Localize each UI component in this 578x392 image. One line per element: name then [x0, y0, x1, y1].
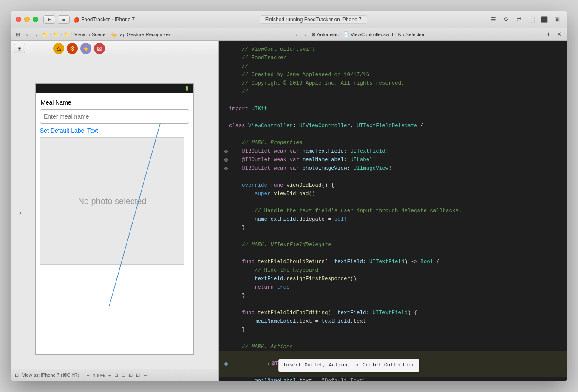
- battery-icon: 🔋: [184, 86, 189, 91]
- close-pane-icon[interactable]: ✕: [554, 30, 564, 39]
- code-line: func textFieldDidEndEditing(_ textField:…: [219, 309, 567, 317]
- project-icon: 🍎: [73, 17, 79, 23]
- plus-button[interactable]: +: [545, 31, 552, 38]
- nav-back-left[interactable]: ⊞: [14, 31, 22, 38]
- zoom-icon3[interactable]: ⊡: [129, 372, 133, 378]
- code-line: [219, 334, 567, 343]
- code-line: override func viewDidLoad() {: [219, 181, 567, 190]
- stop-button[interactable]: ■: [58, 15, 70, 24]
- nav-forward[interactable]: ›: [33, 31, 40, 38]
- navigate-icon[interactable]: ⇄: [514, 15, 524, 24]
- code-line: [219, 249, 567, 258]
- main-window: ▶ ■ 🍎 FoodTracker › iPhone 7 Finished ru…: [11, 11, 567, 381]
- code-editor[interactable]: // ViewController.swift // FoodTracker /…: [219, 41, 567, 381]
- code-line: // MARK: Properties: [219, 139, 567, 147]
- meal-name-label: Meal Name: [40, 97, 189, 108]
- zoom-icon5[interactable]: ↔: [143, 373, 148, 378]
- code-line: [219, 130, 567, 139]
- zoom-minus[interactable]: −: [87, 373, 89, 378]
- folder3-icon: 📁: [64, 31, 70, 37]
- layout3-icon[interactable]: ▣: [552, 15, 562, 24]
- no-photo-label: No photo selected: [78, 196, 146, 206]
- ib-pane: ⊞ ⚠ ⚙ 👆 ⊠ ›: [11, 41, 219, 381]
- breadcrumb-folder2[interactable]: 📁: [53, 31, 59, 37]
- zoom-level: 100%: [93, 373, 105, 378]
- settings-icon: ⚙: [67, 43, 78, 54]
- breadcrumb-chevron5: ›: [340, 32, 342, 37]
- code-line: @IBOutlet weak var mealNameLabel: UILabe…: [219, 156, 567, 164]
- breadcrumb-gesture[interactable]: 👆 Tap Gesture Recognizer: [110, 31, 170, 37]
- breadcrumb-folder1[interactable]: 📁: [42, 31, 48, 37]
- code-line: //: [219, 88, 567, 96]
- meal-name-input[interactable]: [40, 109, 189, 124]
- code-line: [219, 173, 567, 181]
- breadcrumb-chevron1: ›: [50, 32, 51, 37]
- folder-icon: 📁: [42, 31, 48, 37]
- photo-container: No photo selected: [40, 137, 184, 265]
- code-line: }: [219, 292, 567, 300]
- pointer-icon[interactable]: 👆: [80, 43, 91, 54]
- breadcrumb-selection[interactable]: No Selection: [398, 32, 425, 37]
- breadcrumb-folder3[interactable]: 📁: [64, 31, 70, 37]
- swift-icon: 📄: [343, 31, 349, 37]
- layout1-icon[interactable]: ⬜: [527, 15, 537, 24]
- ib-toolbar: ⊞ ⚠ ⚙ 👆 ⊠: [11, 41, 218, 56]
- zoom-plus[interactable]: +: [108, 373, 111, 378]
- code-line: [219, 198, 567, 207]
- project-title: 🍎 FoodTracker › iPhone 7: [73, 17, 135, 23]
- iphone-mockup: 🔋 Meal Name Set Default Label Text No ph…: [35, 83, 194, 359]
- status-bar: 🔋: [36, 84, 193, 93]
- play-button[interactable]: ▶: [43, 15, 55, 24]
- main-content: ⊞ ⚠ ⚙ 👆 ⊠ ›: [11, 41, 567, 381]
- maximize-button[interactable]: [33, 17, 38, 22]
- breadcrumb-automatic[interactable]: ⊕ Automatic: [312, 31, 339, 37]
- breadcrumb-scene[interactable]: View...r Scene: [74, 32, 105, 37]
- nav-back[interactable]: ‹: [23, 31, 31, 38]
- zoom-icon2[interactable]: ⊟: [122, 372, 125, 378]
- code-line: [219, 96, 567, 105]
- breadcrumb-chevron4: ›: [107, 32, 108, 37]
- auto-label: Automatic: [317, 32, 339, 37]
- code-line: [219, 232, 567, 241]
- auto-icon: ⊕: [312, 31, 316, 37]
- close-button[interactable]: [16, 17, 21, 22]
- toolbar2-right: ‹ › ⊕ Automatic › 📄 ViewController.swift…: [289, 30, 564, 39]
- nav-forward-right[interactable]: ›: [302, 31, 310, 38]
- breadcrumb-file[interactable]: 📄 ViewController.swift: [343, 31, 393, 37]
- code-line: // FoodTracker: [219, 54, 567, 62]
- refresh-icon[interactable]: ⟳: [501, 15, 511, 24]
- code-line: @IBOutlet weak var nameTextField: UIText…: [219, 147, 567, 156]
- breadcrumb-chevron3: ›: [71, 32, 73, 37]
- layout-icon[interactable]: ⊡: [15, 372, 19, 378]
- grid-icon: ⊞: [17, 45, 22, 51]
- set-default-button[interactable]: Set Default Label Text: [40, 127, 189, 134]
- zoom-icon1[interactable]: ⊞: [114, 372, 118, 378]
- code-line: [219, 300, 567, 309]
- titlebar-controls: ▶ ■: [43, 15, 70, 24]
- hamburger-icon[interactable]: ☰: [488, 15, 499, 24]
- code-line: import UIKit: [219, 105, 567, 113]
- code-line: // MARK: UITextFieldDelegate: [219, 241, 567, 249]
- device-label: iPhone 7: [115, 17, 135, 23]
- code-line: return true: [219, 283, 567, 292]
- connect-dot: ●: [267, 362, 270, 366]
- code-line: }: [219, 326, 567, 334]
- toolbar2-left: ⊞ ‹ › 📁 › 📁 › 📁 › View...r Scene › 👆 Tap…: [14, 31, 289, 38]
- code-line: // Copyright © 2016 Apple Inc. All right…: [219, 79, 567, 88]
- code-line: // Handle the text field's user input th…: [219, 207, 567, 215]
- nav-back-right[interactable]: ‹: [293, 31, 300, 38]
- breadcrumb-chevron2: ›: [60, 32, 62, 37]
- selection-label: No Selection: [398, 32, 425, 37]
- layout2-icon[interactable]: ⬛: [539, 15, 550, 24]
- project-name-label: FoodTracker: [81, 17, 110, 23]
- code-line: mealNameLabel.text = textField.text: [219, 317, 567, 326]
- chevron-icon: ›: [112, 17, 113, 22]
- titlebar-right: ☰ ⟳ ⇄ ⬜ ⬛ ▣: [488, 15, 562, 24]
- code-line: // MARK: Actions: [219, 343, 567, 351]
- code-line: nameTextField.delegate = self: [219, 215, 567, 224]
- code-line: //: [219, 62, 567, 71]
- minimize-button[interactable]: [24, 17, 30, 22]
- grid-toggle[interactable]: ⊞: [14, 44, 25, 53]
- zoom-icon4[interactable]: ⊞: [136, 372, 140, 378]
- scene-label: View...r Scene: [74, 32, 105, 37]
